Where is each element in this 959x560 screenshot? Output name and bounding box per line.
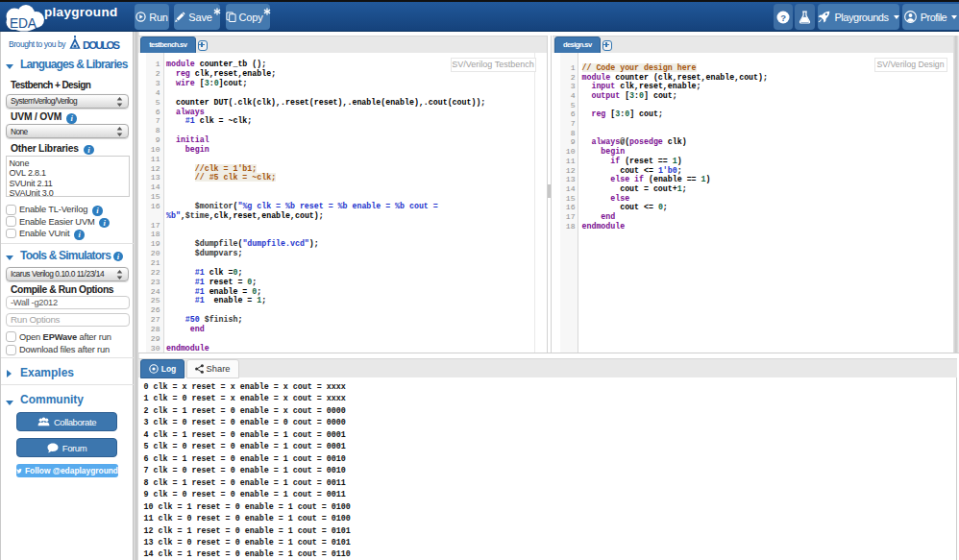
svg-text:?: ? bbox=[780, 12, 786, 22]
svg-text:DOULOS: DOULOS bbox=[83, 38, 120, 50]
svg-text:EDA: EDA bbox=[10, 16, 37, 31]
